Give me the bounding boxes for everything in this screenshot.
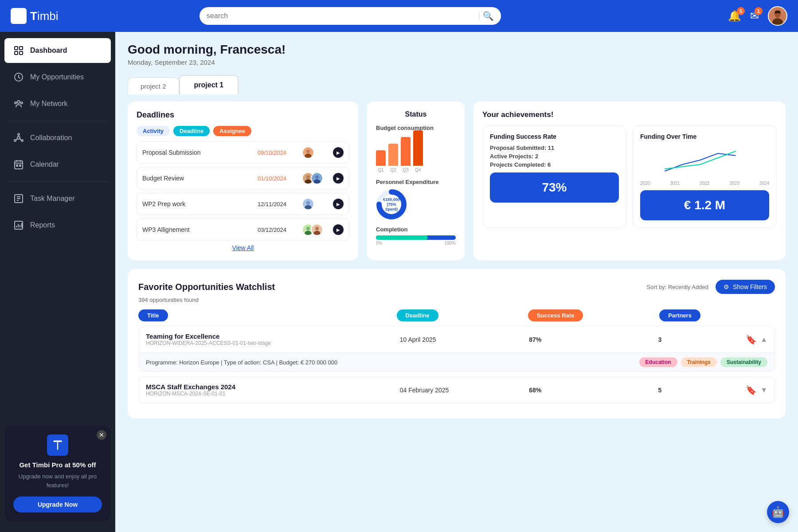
header-actions: 🔔 5 ✉ 1	[728, 6, 787, 26]
header-activity: Activity	[137, 126, 170, 136]
col-partners-header: Partners	[659, 309, 744, 321]
opp-count: 394 opportunities found	[138, 297, 775, 303]
play-btn-4[interactable]: ▶	[333, 224, 344, 235]
avatars-4	[302, 223, 329, 236]
opp-title-2: MSCA Staff Exchanges 2024 HORIZON-MSCA-2…	[146, 383, 395, 397]
main-layout: Dashboard My Opportunities My Network	[0, 32, 798, 532]
opp-name-2: MSCA Staff Exchanges 2024	[146, 383, 395, 391]
date-4: 03/12/2024	[258, 227, 297, 233]
opp-name-1: Teaming for Excellence	[146, 332, 395, 340]
svg-point-34	[306, 149, 310, 153]
svg-point-14	[18, 133, 20, 135]
filter-btn-label: Show Filters	[733, 283, 767, 290]
chatbot-button[interactable]: 🤖	[767, 501, 789, 523]
opp-row-1: Teaming for Excellence HORIZON-WIDERA-20…	[138, 326, 775, 372]
upgrade-logo	[47, 434, 68, 456]
svg-point-40	[315, 175, 319, 179]
sidebar-item-reports[interactable]: Reports	[4, 213, 111, 238]
progress-labels: 0% 100%	[376, 241, 456, 246]
watchlist-title: Favorite Opportunities Watchlist	[138, 282, 275, 292]
search-input[interactable]	[207, 12, 475, 20]
completion-label: Completion	[376, 226, 456, 233]
search-bar: 🔍	[200, 7, 501, 25]
svg-point-10	[21, 102, 23, 104]
bar-label-q2: Q2	[388, 168, 398, 172]
project-tab-2[interactable]: project 2	[128, 78, 179, 94]
search-divider	[479, 12, 479, 20]
messages-button[interactable]: ✉ 1	[750, 10, 759, 22]
sidebar-item-opportunities[interactable]: My Opportunities	[4, 65, 111, 90]
show-filters-button[interactable]: ⚙ Show Filters	[716, 280, 775, 294]
avatar-4b	[311, 223, 323, 236]
opp-deadline-1: 10 April 2025	[400, 336, 524, 343]
play-btn-1[interactable]: ▶	[333, 147, 344, 158]
completion-bar	[376, 235, 456, 240]
activity-4: WP3 Allignement	[142, 226, 253, 233]
svg-point-13	[21, 140, 23, 141]
opp-code-1: HORIZON-WIDERA-2025-ACCESS-01-01-two-sta…	[146, 340, 395, 346]
date-text: Monday, September 23, 2024	[128, 59, 786, 66]
avatars-1	[302, 146, 329, 159]
opp-actions-1: 🔖 ▲	[746, 334, 767, 345]
active-projects: Active Projects: 2	[490, 153, 619, 160]
notifications-badge: 5	[737, 7, 745, 15]
funding-over-time-title: Funding Over Time	[640, 133, 769, 140]
chevron-up-1[interactable]: ▲	[760, 336, 767, 344]
project-tab-1[interactable]: project 1	[179, 75, 239, 94]
svg-point-43	[306, 201, 310, 205]
search-icon[interactable]: 🔍	[483, 11, 494, 21]
sidebar-item-calendar[interactable]: Calendar	[4, 152, 111, 177]
proposals-submitted-value: 11	[548, 145, 554, 151]
play-btn-2[interactable]: ▶	[333, 173, 344, 184]
sidebar-item-network[interactable]: My Network	[4, 91, 111, 116]
opp-tags-1: Education Trainings Sustainability	[639, 357, 767, 367]
deadline-row-2: Budget Review 01/10/2024 ▶	[137, 167, 349, 189]
table-header: Title Deadline Success Rate Partners	[138, 309, 775, 321]
messages-badge: 1	[755, 7, 763, 15]
deadline-row-4: WP3 Allignement 03/12/2024 ▶	[137, 219, 349, 241]
sidebar-item-dashboard[interactable]: Dashboard	[4, 38, 111, 63]
completion-fill	[376, 235, 428, 240]
svg-line-17	[20, 138, 21, 140]
upgrade-card: ✕ Get Timbi Pro at 50% off Upgrade now a…	[4, 426, 111, 521]
view-all-link[interactable]: View All	[137, 244, 349, 251]
sidebar-item-collaboration[interactable]: Collaboration	[4, 125, 111, 150]
opp-partners-2: 5	[658, 387, 742, 394]
active-projects-value: 2	[535, 153, 538, 160]
proposals-submitted-label: Proposal Submitted:	[490, 145, 546, 151]
svg-point-12	[14, 140, 16, 141]
tag-education: Education	[639, 357, 677, 367]
notifications-button[interactable]: 🔔 5	[728, 10, 741, 22]
avatar-3	[302, 198, 314, 210]
play-btn-3[interactable]: ▶	[333, 199, 344, 209]
funding-over-time-card: Funding Over Time 2020 2021 2022 2023 20…	[633, 125, 777, 228]
achievements-panel: Your achievements! Funding Success Rate …	[473, 102, 786, 260]
user-avatar[interactable]	[768, 6, 787, 26]
achievements-title: Your achievements!	[482, 110, 777, 119]
sidebar-item-reports-label: Reports	[30, 221, 55, 229]
sidebar-item-taskmanager[interactable]: Task Manager	[4, 186, 111, 211]
upgrade-close-button[interactable]: ✕	[97, 430, 106, 440]
bookmark-icon-2[interactable]: 🔖	[746, 385, 757, 395]
logo: Timbi	[11, 8, 82, 24]
upgrade-button[interactable]: Upgrade Now	[13, 497, 102, 512]
col-deadline-tag: Deadline	[397, 309, 438, 321]
year-2022: 2022	[700, 181, 709, 186]
year-2020: 2020	[640, 181, 650, 186]
col-partners-tag: Partners	[659, 309, 700, 321]
svg-line-16	[16, 138, 18, 140]
sidebar-item-dashboard-label: Dashboard	[30, 47, 67, 55]
activity-2: Budget Review	[142, 175, 253, 182]
logo-icon	[11, 8, 27, 24]
opp-detail-text-1: Programme: Horizon Europe | Type of acti…	[146, 359, 337, 366]
projects-completed-value: 6	[548, 161, 551, 168]
filter-icon: ⚙	[724, 283, 729, 290]
chevron-down-2[interactable]: ▼	[760, 386, 767, 394]
bookmark-icon-1[interactable]: 🔖	[746, 334, 757, 345]
line-chart	[640, 145, 769, 176]
sidebar-item-calendar-label: Calendar	[30, 160, 59, 168]
projects-completed: Projects Completed: 6	[490, 161, 619, 168]
avatars-2	[302, 172, 329, 184]
nav-divider-1	[7, 121, 108, 121]
svg-point-37	[306, 175, 310, 179]
